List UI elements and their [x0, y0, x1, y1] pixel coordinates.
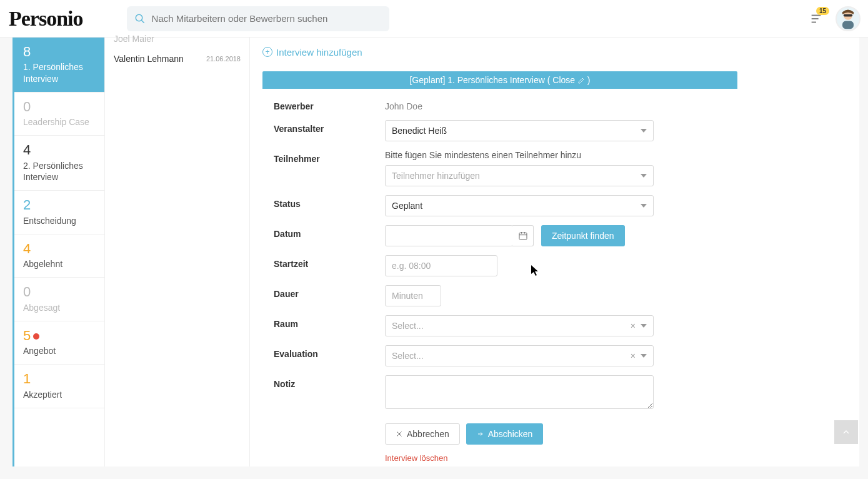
- avatar[interactable]: [836, 6, 861, 31]
- stage-label: Entscheidung: [23, 215, 96, 226]
- room-select[interactable]: Select... ×: [385, 315, 654, 336]
- search-icon: [134, 13, 146, 24]
- stage-sidebar: 8 1. Persönliches Interview 0 Leadership…: [12, 38, 105, 466]
- form-actions: Abbrechen Abschicken: [385, 423, 726, 445]
- starttime-input[interactable]: [385, 255, 497, 276]
- clear-icon[interactable]: ×: [631, 321, 636, 331]
- participants-select[interactable]: Teilnehmer hinzufügen: [385, 165, 654, 186]
- stage-item-offer[interactable]: 5 Angebot: [14, 321, 104, 365]
- stage-label: Angebot: [23, 345, 96, 356]
- add-interview-link[interactable]: + Interview hinzufügen: [262, 47, 362, 58]
- label-participants: Teilnehmer: [274, 150, 385, 164]
- svg-rect-6: [842, 21, 854, 29]
- stage-item-decision[interactable]: 2 Entscheidung: [14, 191, 104, 234]
- alert-dot-icon: [33, 333, 39, 340]
- chevron-up-icon: [841, 427, 851, 437]
- cancel-button[interactable]: Abbrechen: [385, 423, 460, 445]
- label-duration: Dauer: [274, 285, 385, 299]
- applicant-value: John Doe: [385, 98, 726, 111]
- stage-item-cancelled[interactable]: 0 Abgesagt: [14, 278, 104, 321]
- duration-input[interactable]: [385, 285, 441, 306]
- main-panel: + Interview hinzufügen [Geplant] 1. Pers…: [250, 38, 859, 466]
- label-starttime: Startzeit: [274, 255, 385, 269]
- label-room: Raum: [274, 315, 385, 329]
- note-textarea[interactable]: [385, 375, 654, 409]
- delete-interview-link[interactable]: Interview löschen: [385, 453, 447, 463]
- plus-circle-icon: +: [262, 47, 272, 57]
- calendar-icon: [518, 231, 528, 241]
- notifications-badge: 15: [816, 7, 829, 15]
- candidate-name: Joel Maier: [114, 34, 154, 44]
- stage-label: 2. Persönliches Interview: [23, 160, 96, 183]
- stage-item-rejected[interactable]: 4 Abgelehnt: [14, 234, 104, 278]
- arrow-right-icon: [477, 430, 484, 438]
- stage-count: 4: [23, 142, 96, 158]
- participants-helper: Bitte fügen Sie mindestens einen Teilneh…: [385, 150, 726, 160]
- chevron-down-icon: [641, 174, 647, 178]
- scroll-to-top-button[interactable]: [834, 420, 858, 444]
- evaluation-select[interactable]: Select... ×: [385, 345, 654, 366]
- svg-rect-8: [519, 233, 527, 239]
- svg-line-1: [141, 20, 144, 23]
- stage-count: 5: [23, 328, 96, 344]
- stage-label: Abgesagt: [23, 302, 96, 313]
- candidate-list: Joel Maier Valentin Lehmann 21.06.2018: [105, 38, 250, 466]
- cancel-label: Abbrechen: [407, 429, 449, 439]
- organizer-select[interactable]: Benedict Heiß: [385, 120, 654, 141]
- label-date: Datum: [274, 225, 385, 239]
- candidate-name: Valentin Lehmann: [114, 54, 184, 64]
- room-placeholder: Select...: [392, 321, 424, 331]
- stage-count: 0: [23, 284, 96, 300]
- stage-label: 1. Persönliches Interview: [23, 61, 96, 84]
- stage-count: 0: [23, 99, 96, 115]
- panel-close-link[interactable]: ( Close ): [547, 75, 591, 85]
- submit-label: Abschicken: [488, 429, 533, 439]
- top-bar: Personio 15: [0, 0, 868, 38]
- status-select-value: Geplant: [392, 201, 422, 211]
- candidate-row[interactable]: Valentin Lehmann 21.06.2018: [105, 49, 249, 69]
- search-input[interactable]: [152, 13, 382, 24]
- label-applicant: Bewerber: [274, 98, 385, 111]
- logo: Personio: [7, 7, 89, 31]
- find-time-button[interactable]: Zeitpunkt finden: [541, 225, 625, 246]
- date-input[interactable]: [385, 225, 513, 246]
- label-status: Status: [274, 195, 385, 209]
- evaluation-placeholder: Select...: [392, 351, 424, 361]
- search-container[interactable]: [127, 6, 389, 31]
- chevron-down-icon: [641, 129, 647, 133]
- stage-label: Akzeptiert: [23, 389, 96, 400]
- close-icon: [396, 430, 403, 438]
- participants-placeholder: Teilnehmer hinzufügen: [392, 171, 480, 181]
- stage-item-accepted[interactable]: 1 Akzeptiert: [14, 365, 104, 408]
- find-time-label: Zeitpunkt finden: [552, 231, 614, 241]
- chevron-down-icon: [641, 354, 647, 358]
- notifications-button[interactable]: 15: [807, 9, 826, 28]
- candidate-row[interactable]: Joel Maier: [105, 34, 249, 49]
- interview-panel: [Geplant] 1. Persönliches Interview ( Cl…: [262, 71, 737, 467]
- status-select[interactable]: Geplant: [385, 195, 654, 216]
- clear-icon[interactable]: ×: [631, 351, 636, 361]
- date-picker-button[interactable]: [512, 225, 534, 246]
- svg-point-0: [136, 14, 142, 21]
- chevron-down-icon: [641, 324, 647, 328]
- stage-item-personal-interview-1[interactable]: 8 1. Persönliches Interview: [14, 38, 104, 93]
- label-organizer: Veranstalter: [274, 120, 385, 134]
- stage-item-leadership-case[interactable]: 0 Leadership Case: [14, 93, 104, 136]
- label-note: Notiz: [274, 375, 385, 389]
- panel-body: Bewerber John Doe Veranstalter Benedict …: [262, 89, 737, 467]
- submit-button[interactable]: Abschicken: [466, 423, 544, 445]
- content: 8 1. Persönliches Interview 0 Leadership…: [12, 38, 859, 466]
- avatar-icon: [837, 8, 859, 30]
- candidate-date: 21.06.2018: [206, 55, 241, 63]
- topbar-right: 15: [807, 6, 861, 31]
- stage-count: 4: [23, 241, 96, 257]
- stage-count: 8: [23, 44, 96, 60]
- stage-item-personal-interview-2[interactable]: 4 2. Persönliches Interview: [14, 136, 104, 191]
- organizer-select-value: Benedict Heiß: [392, 126, 447, 136]
- label-evaluation: Evaluation: [274, 345, 385, 359]
- stage-label: Abgelehnt: [23, 258, 96, 270]
- svg-rect-7: [844, 14, 852, 16]
- add-interview-label: Interview hinzufügen: [276, 47, 362, 58]
- panel-header: [Geplant] 1. Persönliches Interview ( Cl…: [262, 71, 737, 89]
- stage-count: 1: [23, 371, 96, 387]
